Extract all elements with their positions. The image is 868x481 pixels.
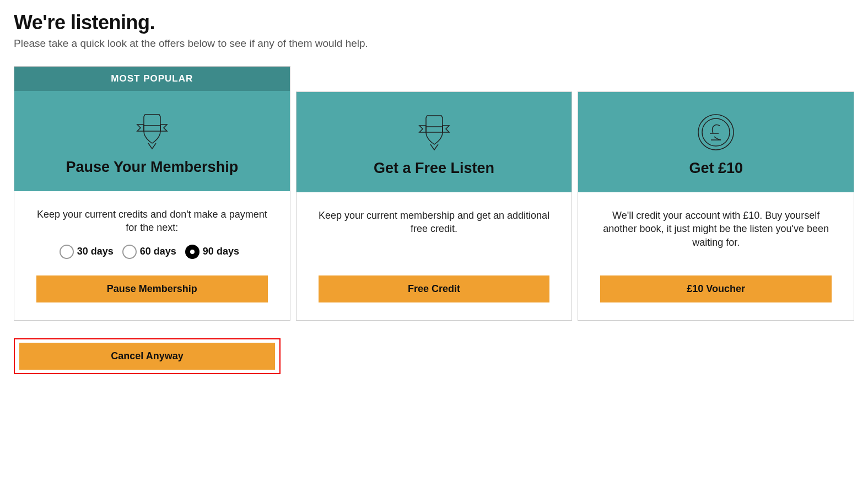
card-desc-pause: Keep your current credits and don't make…: [36, 208, 268, 235]
pound-coin-icon: [589, 109, 843, 155]
card-head-free: Get a Free Listen: [296, 92, 572, 192]
svg-point-0: [698, 115, 734, 150]
shield-ribbon-icon: [25, 107, 279, 154]
radio-60-days[interactable]: [122, 245, 137, 259]
shield-ribbon-icon: [308, 109, 561, 155]
pause-duration-options: 30 days 60 days 90 days: [36, 245, 268, 259]
page-title: We're listening.: [14, 11, 854, 34]
card-title-free: Get a Free Listen: [308, 160, 561, 177]
pause-membership-button[interactable]: Pause Membership: [36, 275, 268, 302]
card-title-voucher: Get £10: [589, 160, 843, 177]
cancel-anyway-button[interactable]: Cancel Anyway: [19, 343, 275, 370]
offer-card-voucher: Get £10 We'll credit your account with £…: [578, 91, 854, 321]
radio-label-30: 30 days: [77, 246, 114, 257]
radio-90-days[interactable]: [185, 245, 200, 259]
card-title-pause: Pause Your Membership: [25, 159, 279, 176]
card-head-pause: Pause Your Membership: [14, 91, 290, 191]
radio-30-days[interactable]: [60, 245, 74, 259]
card-desc-free: Keep your current membership and get an …: [319, 209, 550, 236]
offers-row: MOST POPULAR Pause Your Membership Keep …: [14, 66, 854, 321]
card-head-voucher: Get £10: [578, 92, 854, 192]
most-popular-badge: MOST POPULAR: [14, 67, 290, 91]
svg-point-1: [702, 118, 730, 146]
card-desc-voucher: We'll credit your account with £10. Buy …: [600, 209, 832, 249]
radio-label-90: 90 days: [203, 246, 239, 257]
page-subtitle: Please take a quick look at the offers b…: [14, 37, 854, 50]
free-credit-button[interactable]: Free Credit: [319, 275, 550, 302]
radio-label-60: 60 days: [140, 246, 176, 257]
cancel-highlight-box: Cancel Anyway: [14, 338, 281, 374]
offer-card-pause: MOST POPULAR Pause Your Membership Keep …: [14, 66, 290, 321]
offer-card-free-listen: Get a Free Listen Keep your current memb…: [296, 91, 573, 321]
voucher-button[interactable]: £10 Voucher: [600, 275, 832, 302]
